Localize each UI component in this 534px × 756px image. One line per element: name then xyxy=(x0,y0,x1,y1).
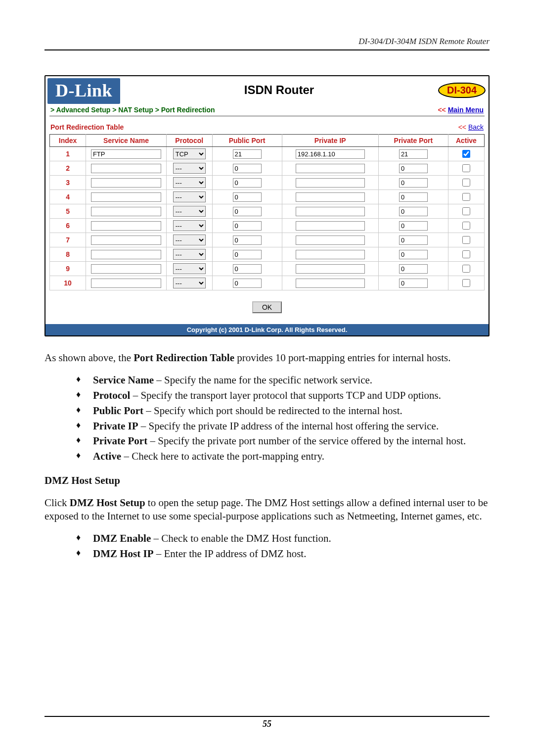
row-index: 6 xyxy=(50,219,86,233)
copyright-footer: Copyright (c) 2001 D-Link Corp. All Righ… xyxy=(45,324,489,335)
active-checkbox[interactable] xyxy=(462,279,470,287)
text: provides 10 port-mapping entries for int… xyxy=(234,352,450,364)
port-redirection-table: Index Service Name Protocol Public Port … xyxy=(49,134,485,290)
active-checkbox[interactable] xyxy=(462,250,470,258)
breadcrumb-item: NAT Setup xyxy=(118,106,153,114)
row-index: 1 xyxy=(50,147,86,161)
protocol-select[interactable]: ---TCPUDP xyxy=(173,177,206,188)
private-ip-input[interactable] xyxy=(296,264,365,274)
dmz-description-list: DMZ Enable – Check to enable the DMZ Hos… xyxy=(44,532,490,561)
running-head: DI-304/DI-304M ISDN Remote Router xyxy=(44,37,490,50)
definition: – Specify which port should be redirecte… xyxy=(143,405,402,417)
public-port-input[interactable] xyxy=(233,192,262,202)
service-name-input[interactable] xyxy=(91,207,161,216)
list-item: Service Name – Specify the name for the … xyxy=(76,374,480,387)
breadcrumb-arrow: > xyxy=(155,106,161,114)
active-checkbox[interactable] xyxy=(462,193,470,201)
public-port-input[interactable] xyxy=(233,279,262,288)
active-checkbox[interactable] xyxy=(462,236,470,244)
col-public-port: Public Port xyxy=(212,135,282,147)
private-port-input[interactable] xyxy=(399,279,428,288)
list-item: Protocol – Specify the transport layer p… xyxy=(76,389,480,402)
back-link[interactable]: Back xyxy=(468,123,484,131)
private-ip-input[interactable] xyxy=(296,221,365,231)
public-port-input[interactable] xyxy=(233,236,262,245)
protocol-select[interactable]: ---TCPUDP xyxy=(173,148,206,159)
private-ip-input[interactable] xyxy=(296,250,365,259)
main-menu-link[interactable]: Main Menu xyxy=(448,106,484,114)
service-name-input[interactable] xyxy=(91,192,161,202)
definition: – Specify the private port number of the… xyxy=(147,435,466,447)
col-private-ip: Private IP xyxy=(282,135,378,147)
private-ip-input[interactable] xyxy=(296,178,365,188)
service-name-input[interactable] xyxy=(91,250,161,259)
public-port-input[interactable] xyxy=(233,178,262,188)
protocol-select[interactable]: ---TCPUDP xyxy=(173,191,206,202)
private-port-input[interactable] xyxy=(399,250,428,259)
col-protocol: Protocol xyxy=(166,135,212,147)
private-ip-input[interactable] xyxy=(296,164,365,173)
private-port-input[interactable] xyxy=(399,164,428,173)
private-ip-input[interactable] xyxy=(296,236,365,245)
page-number: 55 xyxy=(44,716,490,729)
row-index: 3 xyxy=(50,176,86,190)
public-port-input[interactable] xyxy=(233,264,262,274)
private-port-input[interactable] xyxy=(399,264,428,274)
service-name-input[interactable] xyxy=(91,178,161,188)
dmz-heading: DMZ Host Setup xyxy=(44,474,490,487)
protocol-select[interactable]: ---TCPUDP xyxy=(173,206,206,217)
table-row: 6---TCPUDP xyxy=(50,219,485,233)
private-port-input[interactable] xyxy=(399,192,428,202)
public-port-input[interactable] xyxy=(233,164,262,173)
private-ip-input[interactable] xyxy=(296,149,365,159)
protocol-select[interactable]: ---TCPUDP xyxy=(173,263,206,274)
ok-button[interactable]: OK xyxy=(252,301,282,313)
private-ip-input[interactable] xyxy=(296,207,365,216)
active-checkbox[interactable] xyxy=(462,150,470,158)
term: Private Port xyxy=(93,435,147,447)
table-row: 2---TCPUDP xyxy=(50,161,485,176)
protocol-select[interactable]: ---TCPUDP xyxy=(173,163,206,174)
private-port-input[interactable] xyxy=(399,221,428,231)
term: Protocol xyxy=(93,389,130,401)
protocol-select[interactable]: ---TCPUDP xyxy=(173,249,206,260)
private-port-input[interactable] xyxy=(399,207,428,216)
protocol-select[interactable]: ---TCPUDP xyxy=(173,278,206,288)
private-port-input[interactable] xyxy=(399,149,428,159)
private-port-input[interactable] xyxy=(399,236,428,245)
row-index: 4 xyxy=(50,190,86,204)
definition: – Check here to activate the port-mappin… xyxy=(121,450,324,462)
protocol-select[interactable]: ---TCPUDP xyxy=(173,220,206,231)
protocol-select[interactable]: ---TCPUDP xyxy=(173,235,206,245)
field-description-list: Service Name – Specify the name for the … xyxy=(44,374,490,463)
public-port-input[interactable] xyxy=(233,221,262,231)
public-port-input[interactable] xyxy=(233,250,262,259)
active-checkbox[interactable] xyxy=(462,265,470,273)
service-name-input[interactable] xyxy=(91,279,161,288)
public-port-input[interactable] xyxy=(233,207,262,216)
definition: – Check to enable the DMZ Host function. xyxy=(151,532,331,544)
service-name-input[interactable] xyxy=(91,236,161,245)
breadcrumb-item: Port Redirection xyxy=(161,106,215,114)
service-name-input[interactable] xyxy=(91,221,161,231)
router-admin-panel: D-Link ISDN Router DI-304 > Advanced Set… xyxy=(44,75,490,336)
term: Service Name xyxy=(93,374,154,386)
term: Public Port xyxy=(93,405,143,417)
definition: – Enter the IP address of DMZ host. xyxy=(154,548,307,560)
definition: – Specify the private IP address of the … xyxy=(138,420,439,432)
service-name-input[interactable] xyxy=(91,264,161,274)
intro-paragraph: As shown above, the Port Redirection Tab… xyxy=(44,351,490,365)
term: DMZ Host IP xyxy=(93,548,154,560)
active-checkbox[interactable] xyxy=(462,222,470,230)
private-ip-input[interactable] xyxy=(296,192,365,202)
active-checkbox[interactable] xyxy=(462,207,470,215)
service-name-input[interactable] xyxy=(91,164,161,173)
list-item: DMZ Enable – Check to enable the DMZ Hos… xyxy=(76,532,480,545)
private-ip-input[interactable] xyxy=(296,279,365,288)
public-port-input[interactable] xyxy=(233,149,262,159)
service-name-input[interactable] xyxy=(91,149,161,159)
private-port-input[interactable] xyxy=(399,178,428,188)
active-checkbox[interactable] xyxy=(462,164,470,172)
back-arrows: << xyxy=(458,123,468,131)
active-checkbox[interactable] xyxy=(462,179,470,187)
